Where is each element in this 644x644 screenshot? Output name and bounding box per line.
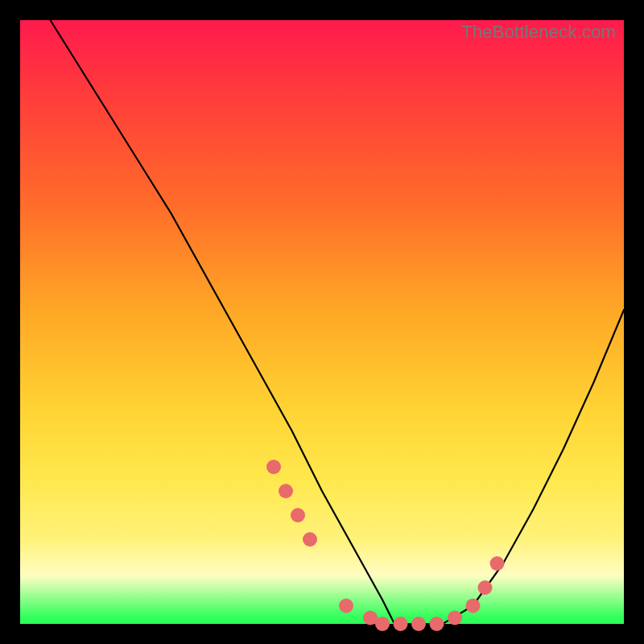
highlight-dot (430, 617, 444, 631)
curve-layer (20, 20, 624, 624)
highlight-dot (291, 508, 305, 522)
highlight-dot (478, 580, 493, 595)
highlight-dot (448, 611, 462, 625)
chart-frame: TheBottleneck.com (0, 0, 644, 644)
highlight-dot (375, 617, 390, 631)
highlight-dot (394, 617, 408, 631)
plot-area: TheBottleneck.com (20, 20, 624, 624)
highlight-dot (279, 484, 293, 498)
bottleneck-curve (51, 20, 625, 624)
highlight-dot (466, 599, 481, 613)
highlight-dot (490, 556, 505, 571)
highlight-dot (303, 532, 317, 547)
highlight-dot (411, 617, 426, 631)
highlight-dot (266, 460, 281, 474)
highlight-dot (339, 599, 353, 613)
